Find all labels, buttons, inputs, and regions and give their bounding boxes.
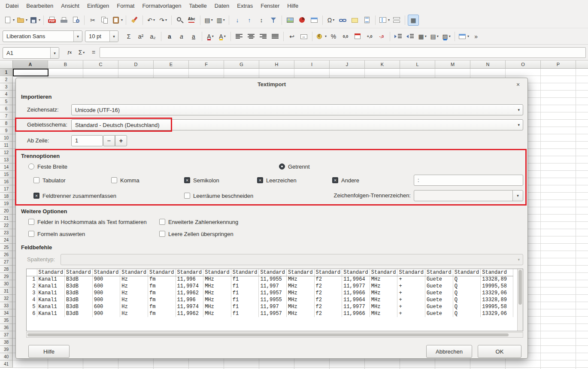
- preview-cell[interactable]: Hz: [120, 310, 148, 317]
- insert-formula-icon[interactable]: =: [88, 47, 99, 58]
- checkbox-icon[interactable]: ×: [257, 177, 263, 183]
- row-header-13[interactable]: 13: [0, 156, 13, 163]
- select-sum-icon[interactable]: Σ▾: [76, 47, 87, 58]
- row-header-39[interactable]: 39: [0, 346, 13, 353]
- toolbar-overflow-icon[interactable]: »: [470, 31, 482, 42]
- clone-formatting-icon[interactable]: [129, 15, 140, 26]
- select-all-corner[interactable]: [0, 60, 13, 69]
- feldtrenner-zusammenfassen-checkbox[interactable]: × Feldtrenner zusammenfassen: [33, 192, 116, 199]
- preview-cell[interactable]: Kanal1: [37, 303, 65, 310]
- preview-horizontal-scrollbar[interactable]: [26, 332, 523, 338]
- row-header-36[interactable]: 36: [0, 324, 13, 331]
- column-header-g[interactable]: G: [224, 60, 259, 69]
- function-wizard-icon[interactable]: ƒx: [64, 47, 75, 58]
- row-header-26[interactable]: 26: [0, 251, 13, 258]
- preview-column-type-header[interactable]: Standard: [370, 269, 397, 276]
- row-header-18[interactable]: 18: [0, 193, 13, 200]
- menu-fenster[interactable]: Fenster: [257, 0, 283, 12]
- row-header-15[interactable]: 15: [0, 171, 13, 178]
- checkbox-icon[interactable]: [159, 231, 165, 237]
- preview-cell[interactable]: Hz: [120, 290, 148, 296]
- preview-cell[interactable]: MHz: [286, 276, 314, 283]
- preview-cell[interactable]: f2: [314, 283, 342, 290]
- conditional-formatting-icon[interactable]: ▾: [458, 31, 470, 42]
- preview-cell[interactable]: fm: [148, 296, 176, 303]
- chevron-down-icon[interactable]: ▾: [153, 18, 155, 22]
- preview-cell[interactable]: B3dB: [65, 310, 93, 317]
- row-header-35[interactable]: 35: [0, 317, 13, 324]
- leere-zellen-checkbox[interactable]: Leere Zellen überspringen: [159, 230, 233, 237]
- insert-hyperlink-icon[interactable]: [337, 15, 349, 26]
- chevron-down-icon[interactable]: ▾: [449, 34, 451, 38]
- checkbox-icon[interactable]: ×: [332, 177, 338, 183]
- export-pdf-icon[interactable]: [46, 15, 58, 26]
- row-header-2[interactable]: 2: [0, 76, 13, 83]
- chevron-down-icon[interactable]: ▾: [39, 18, 40, 22]
- preview-cell[interactable]: 11,9966: [342, 290, 370, 296]
- save-icon[interactable]: ▾: [29, 15, 41, 26]
- tabulator-checkbox[interactable]: Tabulator: [33, 177, 65, 184]
- row-header-31[interactable]: 31: [0, 287, 13, 295]
- preview-column-type-header[interactable]: Standard: [203, 269, 231, 276]
- chevron-down-icon[interactable]: ▾: [437, 34, 439, 38]
- preview-cell[interactable]: B3dB: [65, 290, 93, 296]
- preview-cell[interactable]: Hz: [120, 296, 148, 303]
- delete-decimal-place-icon[interactable]: -,0: [376, 31, 387, 42]
- menu-hilfe[interactable]: Hilfe: [283, 0, 302, 12]
- preview-cell[interactable]: MHz: [370, 310, 397, 317]
- preview-cell[interactable]: 11,9955: [259, 276, 287, 283]
- row-header-25[interactable]: 25: [0, 244, 13, 251]
- preview-cell[interactable]: 11,997: [259, 283, 287, 290]
- andere-checkbox[interactable]: × Andere: [332, 177, 359, 184]
- preview-cell[interactable]: Hz: [120, 283, 148, 290]
- preview-cell[interactable]: fm: [148, 290, 176, 296]
- subscript-icon[interactable]: a₂: [147, 31, 158, 42]
- chevron-down-icon[interactable]: ▾: [512, 191, 523, 201]
- justified-icon[interactable]: [270, 31, 281, 42]
- insert-columns-icon[interactable]: ▥▾: [215, 15, 226, 26]
- preview-cell[interactable]: B3dB: [65, 283, 93, 290]
- formula-input-line[interactable]: [100, 47, 586, 58]
- preview-cell[interactable]: MHz: [203, 303, 231, 310]
- insert-rows-icon[interactable]: ▤▾: [203, 15, 214, 26]
- row-header-30[interactable]: 30: [0, 280, 13, 287]
- preview-cell[interactable]: MHz: [203, 290, 231, 296]
- column-header-m[interactable]: M: [435, 60, 470, 69]
- row-header-22[interactable]: 22: [0, 222, 13, 229]
- chevron-down-icon[interactable]: ▾: [73, 31, 82, 42]
- chevron-down-icon[interactable]: ▾: [212, 34, 214, 38]
- preview-cell[interactable]: +: [397, 303, 425, 310]
- preview-cell[interactable]: 19995,58: [481, 303, 513, 310]
- cancel-button[interactable]: Abbrechen: [426, 345, 472, 358]
- preview-cell[interactable]: 11,9955: [259, 296, 287, 303]
- row-header-24[interactable]: 24: [0, 236, 13, 244]
- column-header-l[interactable]: L: [400, 60, 435, 69]
- autofilter-icon[interactable]: [268, 15, 279, 26]
- scrollbar-thumb[interactable]: [518, 270, 522, 305]
- preview-cell[interactable]: MHz: [370, 296, 397, 303]
- leerzeichen-checkbox[interactable]: × Leerzeichen: [257, 177, 297, 184]
- column-header-i[interactable]: I: [294, 60, 330, 69]
- merge-cells-icon[interactable]: [298, 31, 309, 42]
- preview-cell[interactable]: MHz: [370, 276, 397, 283]
- preview-cell[interactable]: Kanal1: [37, 296, 65, 303]
- row-header-21[interactable]: 21: [0, 215, 13, 222]
- preview-cell[interactable]: 11,996: [176, 296, 203, 303]
- sort-descending-icon[interactable]: ↑: [244, 15, 255, 26]
- preview-cell[interactable]: 19995,58: [481, 283, 513, 290]
- row-header-17[interactable]: 17: [0, 185, 13, 193]
- preview-cell[interactable]: 13329,06: [481, 310, 513, 317]
- preview-cell[interactable]: 11,9974: [176, 303, 203, 310]
- preview-cell[interactable]: 600: [92, 283, 120, 290]
- preview-cell[interactable]: 11,997: [259, 303, 287, 310]
- preview-cell[interactable]: 11,9962: [176, 310, 203, 317]
- row-header-40[interactable]: 40: [0, 353, 13, 360]
- undo-icon[interactable]: ↶▾: [145, 15, 157, 26]
- preview-cell[interactable]: f2: [314, 276, 342, 283]
- checkbox-icon[interactable]: [33, 177, 39, 183]
- column-header-b[interactable]: B: [48, 60, 83, 69]
- paste-icon[interactable]: ▾: [111, 15, 123, 26]
- preview-cell[interactable]: fm: [148, 283, 176, 290]
- row-header-38[interactable]: 38: [0, 339, 13, 346]
- preview-column-type-header[interactable]: Standard: [148, 269, 176, 276]
